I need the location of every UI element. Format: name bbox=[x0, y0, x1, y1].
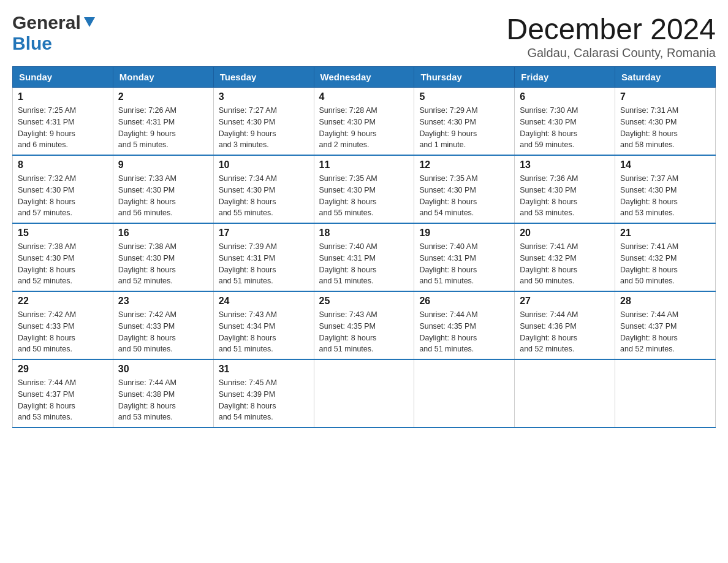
day-number: 1 bbox=[18, 91, 108, 102]
calendar-cell bbox=[314, 359, 414, 427]
day-info: Sunrise: 7:29 AMSunset: 4:30 PMDaylight:… bbox=[419, 105, 509, 151]
day-info: Sunrise: 7:38 AMSunset: 4:30 PMDaylight:… bbox=[18, 241, 108, 287]
calendar-week-row: 1Sunrise: 7:25 AMSunset: 4:31 PMDaylight… bbox=[13, 88, 716, 156]
day-info: Sunrise: 7:43 AMSunset: 4:34 PMDaylight:… bbox=[219, 309, 309, 355]
logo-arrow-icon bbox=[83, 15, 96, 31]
calendar-cell: 19Sunrise: 7:40 AMSunset: 4:31 PMDayligh… bbox=[414, 223, 515, 291]
day-number: 4 bbox=[319, 91, 409, 102]
calendar-cell: 2Sunrise: 7:26 AMSunset: 4:31 PMDaylight… bbox=[113, 88, 213, 156]
calendar-cell: 29Sunrise: 7:44 AMSunset: 4:37 PMDayligh… bbox=[13, 359, 113, 427]
calendar-cell: 11Sunrise: 7:35 AMSunset: 4:30 PMDayligh… bbox=[314, 155, 414, 223]
calendar-week-row: 15Sunrise: 7:38 AMSunset: 4:30 PMDayligh… bbox=[13, 223, 716, 291]
calendar-cell: 10Sunrise: 7:34 AMSunset: 4:30 PMDayligh… bbox=[213, 155, 314, 223]
day-number: 26 bbox=[419, 296, 509, 307]
day-number: 25 bbox=[319, 296, 409, 307]
day-number: 28 bbox=[620, 296, 710, 307]
calendar-cell: 7Sunrise: 7:31 AMSunset: 4:30 PMDaylight… bbox=[615, 88, 716, 156]
calendar-cell: 31Sunrise: 7:45 AMSunset: 4:39 PMDayligh… bbox=[213, 359, 314, 427]
calendar-cell: 14Sunrise: 7:37 AMSunset: 4:30 PMDayligh… bbox=[615, 155, 716, 223]
day-of-week-header: Wednesday bbox=[314, 67, 414, 88]
calendar-cell: 25Sunrise: 7:43 AMSunset: 4:35 PMDayligh… bbox=[314, 291, 414, 359]
month-year-title: December 2024 bbox=[506, 12, 716, 46]
calendar-cell: 15Sunrise: 7:38 AMSunset: 4:30 PMDayligh… bbox=[13, 223, 113, 291]
day-info: Sunrise: 7:27 AMSunset: 4:30 PMDaylight:… bbox=[219, 105, 309, 151]
day-info: Sunrise: 7:43 AMSunset: 4:35 PMDaylight:… bbox=[319, 309, 409, 355]
calendar-cell: 21Sunrise: 7:41 AMSunset: 4:32 PMDayligh… bbox=[615, 223, 716, 291]
calendar-cell bbox=[615, 359, 716, 427]
calendar-cell: 17Sunrise: 7:39 AMSunset: 4:31 PMDayligh… bbox=[213, 223, 314, 291]
day-info: Sunrise: 7:44 AMSunset: 4:35 PMDaylight:… bbox=[419, 309, 509, 355]
calendar-cell: 30Sunrise: 7:44 AMSunset: 4:38 PMDayligh… bbox=[113, 359, 213, 427]
day-info: Sunrise: 7:44 AMSunset: 4:36 PMDaylight:… bbox=[520, 309, 610, 355]
day-number: 11 bbox=[319, 159, 409, 170]
day-info: Sunrise: 7:42 AMSunset: 4:33 PMDaylight:… bbox=[18, 309, 108, 355]
calendar-cell: 12Sunrise: 7:35 AMSunset: 4:30 PMDayligh… bbox=[414, 155, 515, 223]
title-section: December 2024 Galdau, Calarasi County, R… bbox=[506, 12, 716, 60]
calendar-week-row: 8Sunrise: 7:32 AMSunset: 4:30 PMDaylight… bbox=[13, 155, 716, 223]
days-of-week-row: SundayMondayTuesdayWednesdayThursdayFrid… bbox=[13, 67, 716, 88]
day-info: Sunrise: 7:35 AMSunset: 4:30 PMDaylight:… bbox=[419, 173, 509, 219]
day-number: 14 bbox=[620, 159, 710, 170]
day-info: Sunrise: 7:44 AMSunset: 4:37 PMDaylight:… bbox=[18, 377, 108, 423]
calendar-table: SundayMondayTuesdayWednesdayThursdayFrid… bbox=[12, 66, 716, 428]
day-number: 29 bbox=[18, 364, 108, 375]
calendar-cell: 26Sunrise: 7:44 AMSunset: 4:35 PMDayligh… bbox=[414, 291, 515, 359]
calendar-cell: 16Sunrise: 7:38 AMSunset: 4:30 PMDayligh… bbox=[113, 223, 213, 291]
location-subtitle: Galdau, Calarasi County, Romania bbox=[506, 46, 716, 60]
day-info: Sunrise: 7:41 AMSunset: 4:32 PMDaylight:… bbox=[620, 241, 710, 287]
day-info: Sunrise: 7:26 AMSunset: 4:31 PMDaylight:… bbox=[118, 105, 208, 151]
day-number: 8 bbox=[18, 159, 108, 170]
day-of-week-header: Friday bbox=[515, 67, 615, 88]
calendar-cell: 8Sunrise: 7:32 AMSunset: 4:30 PMDaylight… bbox=[13, 155, 113, 223]
calendar-cell: 22Sunrise: 7:42 AMSunset: 4:33 PMDayligh… bbox=[13, 291, 113, 359]
day-of-week-header: Tuesday bbox=[213, 67, 314, 88]
calendar-cell: 1Sunrise: 7:25 AMSunset: 4:31 PMDaylight… bbox=[13, 88, 113, 156]
day-info: Sunrise: 7:41 AMSunset: 4:32 PMDaylight:… bbox=[520, 241, 610, 287]
calendar-cell: 5Sunrise: 7:29 AMSunset: 4:30 PMDaylight… bbox=[414, 88, 515, 156]
day-number: 18 bbox=[319, 228, 409, 239]
logo-general-text: General bbox=[12, 12, 81, 33]
day-number: 9 bbox=[118, 159, 208, 170]
day-info: Sunrise: 7:38 AMSunset: 4:30 PMDaylight:… bbox=[118, 241, 208, 287]
day-info: Sunrise: 7:44 AMSunset: 4:38 PMDaylight:… bbox=[118, 377, 208, 423]
day-info: Sunrise: 7:25 AMSunset: 4:31 PMDaylight:… bbox=[18, 105, 108, 151]
day-info: Sunrise: 7:28 AMSunset: 4:30 PMDaylight:… bbox=[319, 105, 409, 151]
calendar-body: 1Sunrise: 7:25 AMSunset: 4:31 PMDaylight… bbox=[13, 88, 716, 428]
day-info: Sunrise: 7:35 AMSunset: 4:30 PMDaylight:… bbox=[319, 173, 409, 219]
svg-marker-0 bbox=[84, 17, 95, 27]
day-number: 21 bbox=[620, 228, 710, 239]
logo: General Blue bbox=[12, 12, 96, 54]
day-info: Sunrise: 7:40 AMSunset: 4:31 PMDaylight:… bbox=[419, 241, 509, 287]
day-number: 5 bbox=[419, 91, 509, 102]
day-of-week-header: Monday bbox=[113, 67, 213, 88]
day-number: 17 bbox=[219, 228, 309, 239]
day-number: 27 bbox=[520, 296, 610, 307]
day-of-week-header: Saturday bbox=[615, 67, 716, 88]
calendar-cell: 18Sunrise: 7:40 AMSunset: 4:31 PMDayligh… bbox=[314, 223, 414, 291]
day-info: Sunrise: 7:40 AMSunset: 4:31 PMDaylight:… bbox=[319, 241, 409, 287]
day-number: 7 bbox=[620, 91, 710, 102]
day-info: Sunrise: 7:32 AMSunset: 4:30 PMDaylight:… bbox=[18, 173, 108, 219]
calendar-cell: 6Sunrise: 7:30 AMSunset: 4:30 PMDaylight… bbox=[515, 88, 615, 156]
day-number: 6 bbox=[520, 91, 610, 102]
calendar-cell: 20Sunrise: 7:41 AMSunset: 4:32 PMDayligh… bbox=[515, 223, 615, 291]
day-info: Sunrise: 7:42 AMSunset: 4:33 PMDaylight:… bbox=[118, 309, 208, 355]
calendar-cell: 24Sunrise: 7:43 AMSunset: 4:34 PMDayligh… bbox=[213, 291, 314, 359]
calendar-header: SundayMondayTuesdayWednesdayThursdayFrid… bbox=[13, 67, 716, 88]
calendar-cell: 4Sunrise: 7:28 AMSunset: 4:30 PMDaylight… bbox=[314, 88, 414, 156]
day-info: Sunrise: 7:36 AMSunset: 4:30 PMDaylight:… bbox=[520, 173, 610, 219]
day-number: 19 bbox=[419, 228, 509, 239]
calendar-cell: 13Sunrise: 7:36 AMSunset: 4:30 PMDayligh… bbox=[515, 155, 615, 223]
day-of-week-header: Sunday bbox=[13, 67, 113, 88]
day-info: Sunrise: 7:45 AMSunset: 4:39 PMDaylight:… bbox=[219, 377, 309, 423]
day-of-week-header: Thursday bbox=[414, 67, 515, 88]
day-number: 31 bbox=[219, 364, 309, 375]
page-header: General Blue December 2024 Galdau, Calar… bbox=[12, 12, 716, 60]
calendar-cell: 3Sunrise: 7:27 AMSunset: 4:30 PMDaylight… bbox=[213, 88, 314, 156]
day-number: 30 bbox=[118, 364, 208, 375]
day-info: Sunrise: 7:39 AMSunset: 4:31 PMDaylight:… bbox=[219, 241, 309, 287]
day-number: 16 bbox=[118, 228, 208, 239]
day-info: Sunrise: 7:33 AMSunset: 4:30 PMDaylight:… bbox=[118, 173, 208, 219]
calendar-week-row: 22Sunrise: 7:42 AMSunset: 4:33 PMDayligh… bbox=[13, 291, 716, 359]
day-info: Sunrise: 7:37 AMSunset: 4:30 PMDaylight:… bbox=[620, 173, 710, 219]
